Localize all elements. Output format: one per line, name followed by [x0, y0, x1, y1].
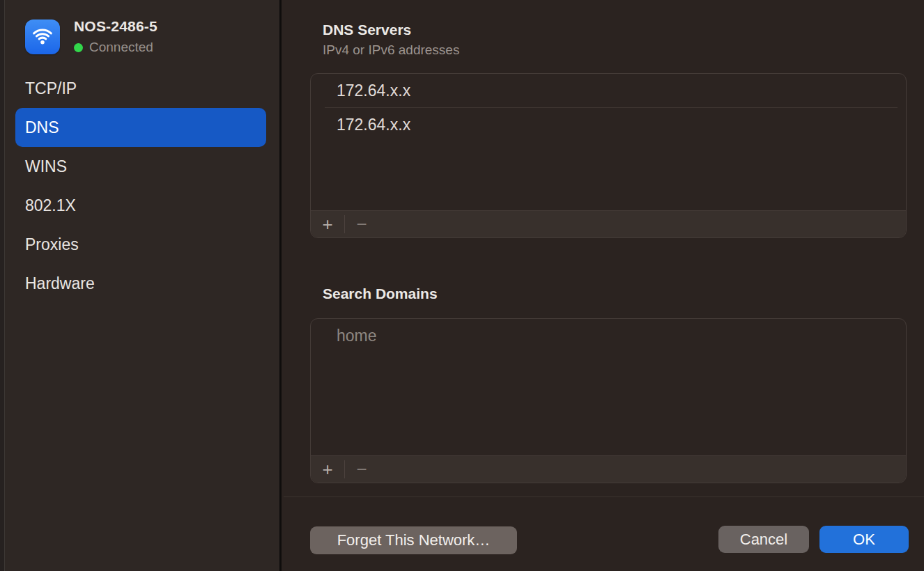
window-edge: [0, 0, 5, 571]
network-status: Connected: [74, 40, 157, 55]
sidebar-item-hardware[interactable]: Hardware: [15, 264, 266, 303]
sidebar-item-8021x[interactable]: 802.1X: [15, 186, 266, 225]
add-dns-server-button[interactable]: +: [315, 213, 340, 235]
dns-list-toolbar: + −: [311, 210, 906, 237]
network-details-dialog: NOS-2486-5 Connected TCP/IP DNS WINS 802…: [0, 0, 924, 571]
toolbar-separator: [344, 460, 345, 478]
network-info: NOS-2486-5 Connected: [74, 18, 157, 55]
sidebar-item-tcpip[interactable]: TCP/IP: [15, 69, 266, 108]
sidebar-item-wins[interactable]: WINS: [15, 147, 266, 186]
toolbar-separator: [344, 215, 345, 233]
cancel-button[interactable]: Cancel: [718, 526, 809, 553]
forget-network-button[interactable]: Forget This Network…: [310, 526, 517, 554]
dns-settings-panel: DNS Servers IPv4 or IPv6 addresses 172.6…: [284, 0, 924, 571]
sidebar-item-dns[interactable]: DNS: [15, 108, 266, 147]
sidebar: NOS-2486-5 Connected TCP/IP DNS WINS 802…: [0, 0, 282, 571]
remove-dns-server-button[interactable]: −: [349, 213, 374, 235]
search-domains-list: home + −: [310, 318, 907, 483]
dns-servers-title: DNS Servers: [323, 22, 411, 38]
add-search-domain-button[interactable]: +: [315, 458, 340, 480]
connected-status-dot-icon: [74, 43, 83, 52]
dns-servers-list: 172.64.x.x 172.64.x.x + −: [310, 73, 907, 238]
wifi-icon: [25, 19, 60, 54]
dns-server-entry[interactable]: 172.64.x.x: [311, 108, 906, 141]
minus-icon: −: [356, 459, 367, 480]
plus-icon: +: [322, 214, 332, 235]
plus-icon: +: [322, 459, 332, 480]
search-domains-title: Search Domains: [323, 286, 438, 302]
sidebar-nav: TCP/IP DNS WINS 802.1X Proxies Hardware: [15, 69, 266, 303]
minus-icon: −: [356, 214, 367, 235]
remove-search-domain-button[interactable]: −: [349, 458, 374, 480]
ok-button[interactable]: OK: [819, 526, 909, 553]
search-domain-entry[interactable]: home: [311, 319, 906, 352]
sidebar-item-proxies[interactable]: Proxies: [15, 225, 266, 264]
network-status-label: Connected: [89, 40, 153, 55]
dns-servers-subtitle: IPv4 or IPv6 addresses: [323, 42, 459, 58]
network-name: NOS-2486-5: [74, 18, 157, 35]
dns-server-entry[interactable]: 172.64.x.x: [311, 74, 906, 107]
search-list-toolbar: + −: [311, 455, 906, 483]
footer-divider: [284, 496, 924, 497]
network-header: NOS-2486-5 Connected: [25, 18, 157, 55]
